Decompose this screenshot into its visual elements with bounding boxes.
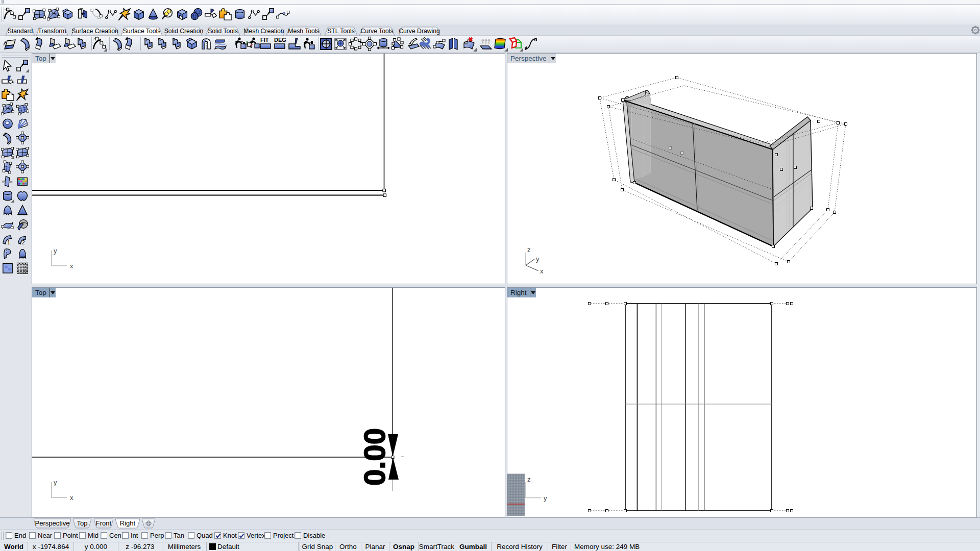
svg-text:y: y (544, 494, 547, 502)
svg-text:Solid Creation: Solid Creation (164, 28, 204, 35)
svg-text:x: x (70, 494, 74, 502)
svg-text:Surface Creation: Surface Creation (71, 28, 118, 35)
svg-text:y: y (54, 247, 57, 255)
svg-text:Curve Drawing: Curve Drawing (399, 28, 440, 35)
svg-text:x: x (70, 262, 74, 270)
svg-text:Perspective: Perspective (35, 519, 70, 527)
svg-text:y: y (536, 255, 540, 263)
svg-text:x: x (540, 267, 544, 275)
svg-text:Curve Tools: Curve Tools (360, 28, 393, 35)
svg-text:z: z (527, 475, 531, 483)
svg-text:Top: Top (77, 519, 88, 527)
svg-text:Mesh Creation: Mesh Creation (243, 28, 284, 35)
svg-text:Mesh Tools: Mesh Tools (288, 28, 319, 35)
svg-text:y: y (54, 479, 57, 486)
svg-text:Transform: Transform (38, 28, 66, 35)
svg-text:Solid Tools: Solid Tools (208, 28, 238, 35)
svg-text:Standard: Standard (8, 28, 33, 35)
svg-text:Surface Tools: Surface Tools (123, 28, 161, 35)
svg-text:Front: Front (96, 519, 112, 527)
svg-text:0.00: 0.00 (358, 428, 391, 486)
svg-text:z: z (527, 246, 531, 254)
svg-text:STL Tools: STL Tools (327, 28, 355, 35)
svg-text:Right: Right (120, 519, 136, 527)
